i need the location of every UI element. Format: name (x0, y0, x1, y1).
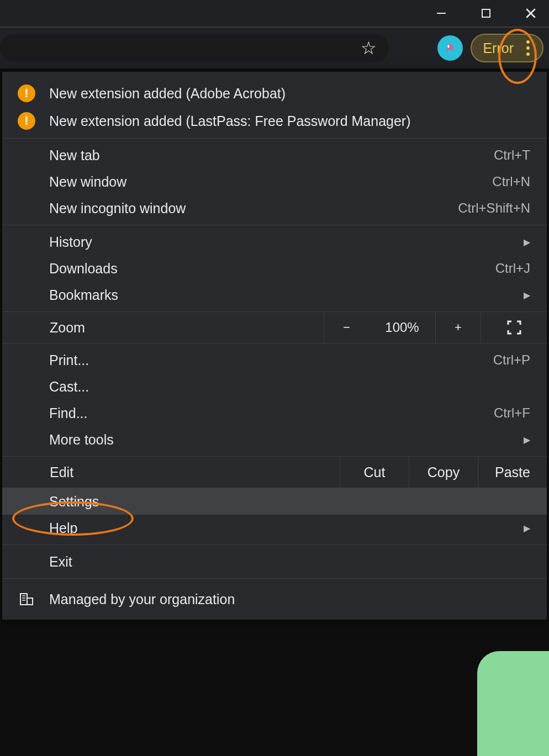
menu-label: Exit (49, 554, 530, 570)
menu-label: Settings (49, 494, 530, 510)
profile-avatar[interactable] (437, 35, 463, 61)
edit-paste-button[interactable]: Paste (478, 457, 547, 488)
menu-item-edit: Edit Cut Copy Paste (2, 456, 547, 488)
menu-separator (2, 578, 547, 579)
menu-label: Managed by your organization (49, 591, 530, 607)
menu-label: Downloads (49, 261, 495, 277)
kebab-menu-button[interactable] (516, 36, 540, 60)
menu-item-more-tools[interactable]: More tools ▶ (2, 426, 547, 453)
chevron-right-icon: ▶ (524, 290, 530, 300)
error-label: Error (483, 40, 514, 56)
menu-separator (2, 544, 547, 545)
menu-label: New window (49, 174, 492, 190)
menu-shortcut: Ctrl+Shift+N (458, 200, 530, 216)
organization-icon (19, 591, 34, 607)
menu-label: New tab (49, 147, 494, 163)
notification-extension-lastpass[interactable]: ! New extension added (LastPass: Free Pa… (2, 107, 547, 135)
svg-rect-6 (27, 598, 33, 605)
menu-item-settings[interactable]: Settings (2, 488, 547, 515)
edit-label: Edit (2, 464, 340, 480)
edit-copy-button[interactable]: Copy (409, 457, 478, 488)
zoom-out-button[interactable]: − (324, 312, 369, 343)
menu-item-managed[interactable]: Managed by your organization (2, 582, 547, 616)
menu-label: New incognito window (49, 200, 458, 216)
svg-point-4 (448, 45, 450, 48)
menu-item-new-tab[interactable]: New tab Ctrl+T (2, 142, 547, 168)
menu-shortcut: Ctrl+J (495, 261, 530, 276)
notification-extension-acrobat[interactable]: ! New extension added (Adobe Acrobat) (2, 80, 547, 107)
window-title-bar (0, 0, 549, 27)
menu-item-cast[interactable]: Cast... (2, 373, 547, 400)
maximize-button[interactable] (473, 1, 499, 26)
edit-cut-button[interactable]: Cut (340, 457, 409, 488)
svg-rect-5 (20, 594, 27, 605)
menu-shortcut: Ctrl+T (494, 147, 530, 163)
address-bar[interactable]: ☆ (0, 34, 389, 62)
zoom-value: 100% (369, 312, 435, 343)
warning-icon: ! (18, 112, 35, 130)
decorative-shape (477, 651, 549, 756)
menu-item-help[interactable]: Help ▶ (2, 515, 547, 541)
menu-label: Cast... (49, 379, 530, 395)
close-button[interactable] (518, 1, 543, 26)
menu-item-zoom: Zoom − 100% + (2, 311, 547, 343)
menu-label: More tools (49, 432, 524, 448)
menu-item-bookmarks[interactable]: Bookmarks ▶ (2, 282, 547, 308)
browser-menu-dropdown: ! New extension added (Adobe Acrobat) ! … (2, 72, 547, 620)
menu-label: Find... (49, 405, 494, 421)
fullscreen-button[interactable] (481, 312, 547, 343)
warning-icon: ! (18, 84, 35, 102)
menu-separator (2, 225, 547, 225)
minimize-button[interactable] (429, 1, 454, 26)
notification-label: New extension added (Adobe Acrobat) (49, 86, 530, 102)
chevron-right-icon: ▶ (524, 237, 530, 247)
menu-label: Print... (49, 352, 493, 368)
notification-label: New extension added (LastPass: Free Pass… (49, 113, 530, 129)
menu-item-print[interactable]: Print... Ctrl+P (2, 347, 547, 373)
menu-shortcut: Ctrl+P (493, 352, 530, 368)
menu-item-new-window[interactable]: New window Ctrl+N (2, 168, 547, 195)
menu-label: History (49, 234, 524, 250)
chevron-right-icon: ▶ (524, 435, 530, 445)
menu-label: Bookmarks (49, 287, 524, 303)
menu-separator (2, 138, 547, 139)
menu-item-history[interactable]: History ▶ (2, 229, 547, 255)
chevron-right-icon: ▶ (524, 523, 530, 533)
menu-item-new-incognito[interactable]: New incognito window Ctrl+Shift+N (2, 195, 547, 221)
menu-label: Help (49, 520, 524, 536)
zoom-in-button[interactable]: + (435, 312, 481, 343)
error-indicator[interactable]: Error (471, 34, 543, 62)
svg-rect-1 (482, 9, 490, 17)
bookmark-star-icon[interactable]: ☆ (361, 38, 377, 59)
menu-shortcut: Ctrl+N (492, 174, 530, 189)
menu-item-find[interactable]: Find... Ctrl+F (2, 400, 547, 426)
menu-shortcut: Ctrl+F (494, 405, 530, 421)
menu-item-exit[interactable]: Exit (2, 548, 547, 575)
zoom-label: Zoom (2, 320, 324, 336)
fullscreen-icon (506, 320, 522, 335)
avatar-icon (442, 40, 458, 56)
menu-item-downloads[interactable]: Downloads Ctrl+J (2, 255, 547, 282)
browser-toolbar: ☆ Error (0, 27, 549, 68)
